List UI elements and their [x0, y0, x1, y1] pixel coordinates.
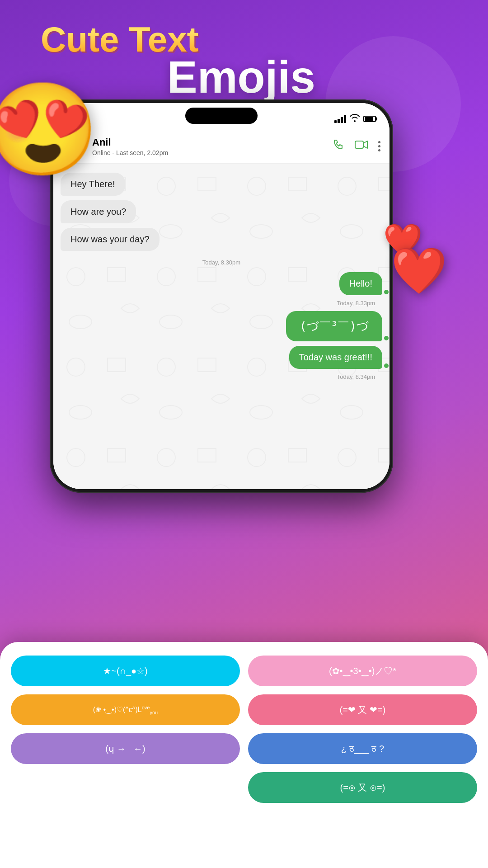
phone-frame: 9:41: [50, 99, 393, 493]
status-icons: [334, 114, 376, 124]
message-text: Hello!: [349, 278, 372, 288]
signal-icon: [334, 115, 346, 123]
sent-status-dot-2: [384, 336, 389, 340]
svg-rect-0: [355, 141, 363, 148]
message-sent-1: Hello!: [339, 272, 382, 295]
wifi-icon: [350, 114, 360, 124]
timestamp-3: Today, 8.34pm: [61, 373, 382, 380]
dynamic-island: [185, 108, 258, 124]
more-options-icon[interactable]: [378, 141, 380, 152]
emoji-panel: ★~(∩_●☆) (✿•‿•3•‿•)ノ♡* (❀ •‿•)♡(^ε^)Love…: [0, 642, 488, 868]
emoji-button-8[interactable]: (=⊙ 又 ⊙=): [248, 772, 477, 803]
contact-status: Online - Last seen, 2.02pm: [92, 149, 332, 156]
message-text: (づ￣³￣)づ: [300, 319, 369, 333]
emoji-button-6[interactable]: ¿ ठ___ ठ ?: [248, 733, 477, 764]
timestamp-1: Today, 8.30pm: [61, 259, 382, 266]
message-sent-2: Today was great!!!: [289, 346, 382, 369]
emoji-button-5[interactable]: (ɥ → ←): [11, 733, 240, 764]
emoji-button-4[interactable]: (=❤ 又 ❤=): [248, 694, 477, 725]
chat-area: Hey There! How are you? How was your day…: [53, 164, 389, 489]
message-sent-emoji: (づ￣³￣)づ: [286, 311, 382, 341]
chat-header: Anil Online - Last seen, 2.02pm: [53, 129, 389, 164]
video-call-icon[interactable]: [355, 139, 368, 153]
message-text: How was your day?: [70, 234, 150, 244]
decorative-emoji: 😍: [0, 77, 99, 183]
contact-info: Anil Online - Last seen, 2.02pm: [92, 137, 332, 156]
sent-status-dot: [384, 290, 389, 294]
phone-call-icon[interactable]: [332, 138, 345, 154]
message-received-3: How was your day?: [61, 228, 160, 251]
contact-name: Anil: [92, 137, 332, 148]
emoji-button-3[interactable]: (❀ •‿•)♡(^ε^)Loveyou: [11, 694, 240, 725]
message-text: How are you?: [70, 207, 126, 217]
emoji-grid: ★~(∩_●☆) (✿•‿•3•‿•)ノ♡* (❀ •‿•)♡(^ε^)Love…: [11, 656, 477, 803]
emoji-button-1[interactable]: ★~(∩_●☆): [11, 656, 240, 686]
battery-icon: [363, 116, 376, 122]
messages-container: Hey There! How are you? How was your day…: [61, 173, 382, 380]
sent-status-dot-3: [384, 363, 389, 368]
app-title-emojis: Emojis: [167, 54, 315, 99]
message-received-2: How are you?: [61, 200, 136, 223]
timestamp-2: Today, 8.33pm: [61, 300, 382, 307]
header-actions: [332, 138, 380, 154]
message-text: Today was great!!!: [299, 352, 372, 362]
phone-screen: 9:41: [53, 103, 389, 489]
emoji-button-2[interactable]: (✿•‿•3•‿•)ノ♡*: [248, 656, 477, 686]
heart-decoration-2: ❤️: [391, 244, 447, 297]
